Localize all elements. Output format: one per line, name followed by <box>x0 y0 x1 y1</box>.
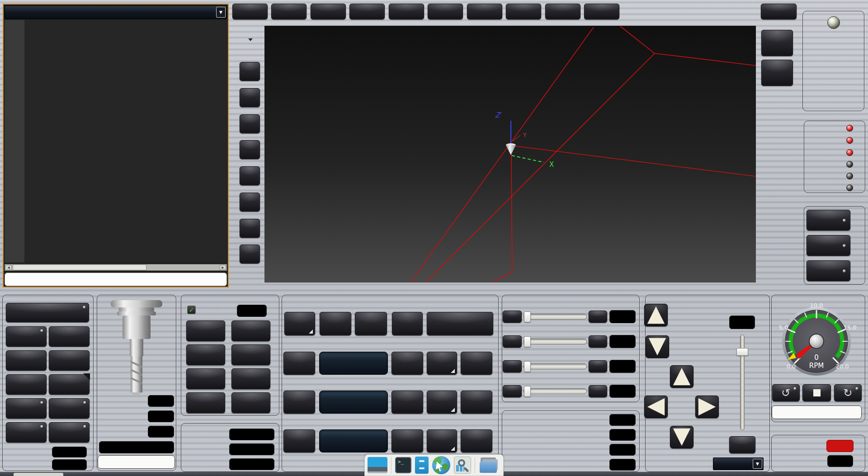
blank-button[interactable] <box>6 374 47 395</box>
y-zero-button[interactable] <box>392 391 423 414</box>
terminal-icon[interactable]: >_ <box>395 457 411 473</box>
tab-setup[interactable] <box>506 4 541 19</box>
cycle-start-button[interactable] <box>6 303 89 322</box>
tab-gcodes[interactable] <box>467 4 502 19</box>
z-home-button[interactable] <box>461 429 492 452</box>
jog-rate-slider-handle[interactable] <box>736 348 748 356</box>
clear-view-button[interactable] <box>240 245 260 264</box>
tab-settings[interactable] <box>545 4 580 19</box>
step-button[interactable] <box>49 350 90 371</box>
slider-handle[interactable] <box>524 336 531 347</box>
chevron-down-icon[interactable]: ▼ <box>216 7 226 18</box>
tab-file[interactable] <box>271 4 307 19</box>
override-min-button[interactable] <box>503 360 522 372</box>
view-p-button[interactable] <box>240 62 260 81</box>
estop-indicator[interactable] <box>827 16 840 29</box>
ref-y-button[interactable] <box>427 391 457 414</box>
exit-button[interactable] <box>761 4 797 19</box>
view-z-button[interactable] <box>240 140 260 159</box>
flood-button[interactable] <box>49 398 90 419</box>
spindle-ccw-button[interactable]: ↺ <box>772 384 800 401</box>
jog-y-minus-button[interactable] <box>670 426 693 448</box>
mode-auto-button[interactable] <box>807 260 850 281</box>
spindle-cw-button[interactable]: ↻ <box>834 384 862 401</box>
x-axis-button[interactable] <box>283 352 315 375</box>
goto-zero-button[interactable] <box>761 30 793 56</box>
enable-z-comp-button[interactable] <box>49 422 90 443</box>
tab-status[interactable] <box>389 4 424 19</box>
scroll-left-icon[interactable]: ◀ <box>5 265 12 270</box>
slider-handle[interactable] <box>524 386 531 397</box>
desktop-icon[interactable] <box>368 457 387 473</box>
pause-spindle-button[interactable] <box>6 422 47 443</box>
linear-increment-combo[interactable]: ▼ <box>713 457 764 470</box>
tab-tool[interactable] <box>349 4 385 19</box>
slider-handle[interactable] <box>524 311 531 322</box>
jog-y-plus-button[interactable] <box>670 365 693 388</box>
go-home-button[interactable] <box>231 320 270 341</box>
browser-globe-icon[interactable] <box>432 456 450 474</box>
ref-z-button[interactable] <box>427 429 457 452</box>
ref-laser-button[interactable] <box>231 344 270 365</box>
mdi-input[interactable] <box>5 273 227 286</box>
screenshot-magnifier-icon[interactable] <box>454 457 471 474</box>
mode-man-button[interactable] <box>807 210 850 231</box>
x-zero-button[interactable] <box>392 352 423 375</box>
file-cabinet-icon[interactable] <box>415 457 429 474</box>
mist-button[interactable] <box>6 398 47 419</box>
scrollbar-thumb[interactable] <box>13 264 146 270</box>
override-max-button[interactable] <box>589 335 607 348</box>
go-to-sensor-button[interactable] <box>186 392 225 413</box>
ref-camera-button[interactable] <box>231 392 270 413</box>
mode-mdi-button[interactable] <box>807 235 850 256</box>
taskbar-tab[interactable] <box>14 473 63 476</box>
gcode-editor[interactable] <box>5 20 227 263</box>
override-min-button[interactable] <box>503 385 522 397</box>
view-d-button[interactable] <box>240 166 260 185</box>
z-zero-button[interactable] <box>392 429 423 452</box>
chevron-down-icon[interactable]: ▼ <box>753 459 762 469</box>
goto-mach-zero-button[interactable] <box>761 60 793 86</box>
override-max-button[interactable] <box>589 360 607 372</box>
workpiece-height-checkbox[interactable]: ✓ <box>187 306 196 314</box>
z-axis-button[interactable] <box>283 429 315 452</box>
3d-viewport[interactable]: Z Y X <box>264 26 756 283</box>
jog-z-plus-button[interactable] <box>644 304 668 326</box>
pause-button[interactable] <box>6 326 47 347</box>
jog-fast-button[interactable] <box>729 436 755 453</box>
zoom-in-button[interactable] <box>240 193 260 212</box>
editor-hscrollbar[interactable]: ◀ ▶ <box>5 264 227 271</box>
tab-main[interactable] <box>232 4 268 19</box>
override-max-button[interactable] <box>589 311 607 323</box>
file-combo[interactable]: ▼ <box>5 5 227 19</box>
spindle-slider[interactable] <box>524 388 587 394</box>
file-manager-icon[interactable] <box>479 457 498 474</box>
y-axis-button[interactable] <box>283 391 315 414</box>
g54-button[interactable] <box>355 312 387 335</box>
wcs-button[interactable] <box>284 312 315 335</box>
jog-x-plus-button[interactable] <box>695 396 719 418</box>
tab-offsets[interactable] <box>311 4 346 19</box>
zoom-out-button[interactable] <box>240 219 260 238</box>
max-velocity-slider[interactable] <box>524 314 587 320</box>
spindle-stop-button[interactable] <box>802 384 831 401</box>
feedrate-slider[interactable] <box>524 363 587 369</box>
rapid-slider[interactable] <box>524 339 587 344</box>
dtg-button[interactable] <box>392 312 423 335</box>
abs-button[interactable] <box>320 312 351 335</box>
ref-x-button[interactable] <box>427 352 457 375</box>
jog-x-minus-button[interactable] <box>644 396 668 418</box>
go-to-park-button[interactable] <box>186 320 225 341</box>
touch-plate-button[interactable] <box>231 368 270 389</box>
override-min-button[interactable] <box>503 335 522 348</box>
tool-sensor-button[interactable] <box>186 368 225 389</box>
x-home-button[interactable] <box>461 352 492 375</box>
scroll-right-icon[interactable]: ▶ <box>220 265 226 270</box>
stop-button[interactable] <box>49 326 90 347</box>
jog-z-minus-button[interactable] <box>646 335 669 358</box>
user-view-dropdown[interactable] <box>236 35 264 44</box>
view-x-button[interactable] <box>240 88 260 107</box>
home-all-button[interactable] <box>427 312 493 335</box>
laser-off-button[interactable] <box>186 344 225 365</box>
y-home-button[interactable] <box>461 391 492 414</box>
